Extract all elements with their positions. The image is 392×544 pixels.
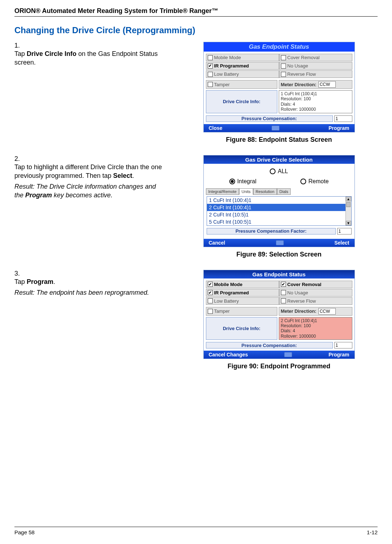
step-3-text: 3. Tap Program. Result: The endpoint has… [14,270,180,370]
fig90-tamper-row: Tamper Meter Direction: [206,307,352,316]
tab-resolution[interactable]: Resolution [253,188,277,195]
list-item-selected[interactable]: 2 CuFt Int (100:4)1 [207,204,351,211]
fig88-bottombar: Close Program [204,124,354,132]
step-3-bold: Program [27,278,53,285]
radio-all[interactable]: ALL [270,168,288,175]
step-2: 2. Tap to highlight a different Drive Ci… [14,155,378,258]
step-2-body: Tap to highlight a different Drive Circl… [14,163,162,200]
fig89-bottombar: Cancel Select [204,239,354,247]
step-3-number: 3. [14,270,25,277]
scrollbar[interactable]: ▲ ▼ [345,197,351,225]
fig88-title: Gas Endpoint Status [249,43,309,50]
keyboard-icon[interactable] [276,240,284,245]
checkbox-icon [208,82,213,87]
check-mobile-mode[interactable]: Mobile Mode [206,54,279,61]
check-label: Low Battery [214,71,239,77]
section-title: Changing the Drive Circle (Reprogramming… [14,25,378,35]
checkbox-icon [208,72,213,77]
tab-dials[interactable]: Dials [277,188,291,195]
drive-circle-info-row: Drive Circle Info: 2 CuFt Int (100:4)1 R… [206,317,352,340]
tab-units[interactable]: Units [239,188,253,195]
step-3: 3. Tap Program. Result: The endpoint has… [14,270,378,370]
check-low-battery[interactable]: Low Battery [206,297,279,305]
fig88-tamper-row: Tamper Meter Direction: [206,80,352,89]
radio-integral[interactable]: Integral [229,178,256,185]
pcf-input[interactable] [337,228,352,234]
scroll-up-icon[interactable]: ▲ [346,197,351,201]
checkbox-icon [281,72,286,77]
dci-line3: Dials: 4 [281,328,350,333]
drive-circle-info-button[interactable]: Drive Circle Info: [206,317,278,340]
pressure-comp-row: Pressure Compensation: [206,342,352,348]
figure-89: Gas Drive Circle Selection ALL Integral … [180,155,378,258]
check-ir-programmed[interactable]: ✔IR Programmed [206,62,279,70]
cancel-button[interactable]: Cancel [209,240,225,246]
fig89-content: ALL Integral Remote Integral/Remote Unit… [204,164,354,239]
check-cover-removal[interactable]: ✔Cover Removal [279,281,352,288]
cancel-changes-button[interactable]: Cancel Changes [209,352,248,357]
scroll-down-icon[interactable]: ▼ [346,221,351,225]
list-item[interactable]: 5 CuFt Int (100:5)1 [207,218,351,225]
fig90-bottombar: Cancel Changes Program [204,351,354,359]
check-label: Reverse Flow [287,71,316,77]
step-1-body: Tap Drive Circle Info on the Gas Endpoin… [14,49,162,67]
check-no-usage[interactable]: No Usage [279,62,352,70]
close-button[interactable]: Close [209,125,223,131]
keyboard-icon[interactable] [284,352,292,357]
fig89-title: Gas Drive Circle Selection [245,157,313,163]
scroll-thumb[interactable] [346,202,351,207]
radio-remote[interactable]: Remote [300,178,329,185]
doc-header: ORION® Automated Meter Reading System fo… [14,7,378,17]
page-footer: Page 58 1-12 [14,527,378,535]
drive-circle-info-text: 1 CuFt Int (100:4)1 Resolution: 100 Dial… [279,90,352,113]
radio-row-2: Integral Remote [206,178,352,188]
checkbox-icon: ✔ [208,290,213,295]
check-cover-removal[interactable]: Cover Removal [279,54,352,61]
program-button[interactable]: Program [329,352,349,357]
drive-circle-info-button[interactable]: Drive Circle Info: [206,90,278,113]
check-tamper[interactable]: Tamper [206,80,278,89]
tab-integral-remote[interactable]: Integral/Remote [206,188,239,195]
pressure-comp-input[interactable] [334,115,352,122]
step-1-number: 1. [14,42,25,49]
figure-88-caption: Figure 88: Endpoint Status Screen [180,136,378,144]
dci-line2: Resolution: 100 [281,96,350,101]
check-low-battery[interactable]: Low Battery [206,70,279,78]
checkbox-icon [281,290,286,295]
keyboard-icon[interactable] [272,126,279,131]
fig90-title: Gas Endpoint Status [252,271,306,277]
fig88-content: Mobile Mode Cover Removal ✔IR Programmed… [204,52,354,124]
list-item[interactable]: 1 CuFt Int (100:4)1 [207,197,351,204]
list-item[interactable]: 2 CuFt Int (10:5)1 [207,211,351,218]
footer-page-left: Page 58 [14,529,35,535]
dci-line1: 2 CuFt Int (100:4)1 [281,318,350,323]
meter-direction-input[interactable] [318,81,336,88]
step-2-number: 2. [14,155,25,163]
dci-line4: Rollover: 1000000 [281,334,350,339]
radio-icon [300,179,306,184]
step-3-body: Tap Program. Result: The endpoint has be… [14,277,162,297]
program-button[interactable]: Program [329,125,349,131]
meter-direction-input[interactable] [318,308,336,315]
drive-circle-info-text: 2 CuFt Int (100:4)1 Resolution: 100 Dial… [279,317,352,340]
dci-line2: Resolution: 100 [281,323,350,328]
check-label: Cover Removal [287,282,322,287]
drive-circle-list[interactable]: 1 CuFt Int (100:4)1 2 CuFt Int (100:4)1 … [207,196,352,226]
step-2-line1a: Tap to highlight a different Drive Circl… [14,163,162,179]
radio-label: ALL [278,168,288,175]
checkbox-icon [281,298,286,303]
dci-line1: 1 CuFt Int (100:4)1 [281,91,350,96]
check-mobile-mode[interactable]: ✔Mobile Mode [206,281,279,288]
check-tamper[interactable]: Tamper [206,307,278,316]
fig89-window: Gas Drive Circle Selection ALL Integral … [203,155,355,247]
select-button[interactable]: Select [334,240,349,246]
checkbox-icon [281,63,286,69]
check-no-usage[interactable]: No Usage [279,289,352,297]
tab-row: Integral/Remote Units Resolution Dials [206,188,352,195]
pressure-comp-input[interactable] [334,342,352,348]
check-reverse-flow[interactable]: Reverse Flow [279,297,352,305]
radio-label: Integral [237,178,256,185]
check-ir-programmed[interactable]: ✔IR Programmed [206,289,279,297]
check-reverse-flow[interactable]: Reverse Flow [279,70,352,78]
drive-circle-info-row: Drive Circle Info: 1 CuFt Int (100:4)1 R… [206,90,352,113]
